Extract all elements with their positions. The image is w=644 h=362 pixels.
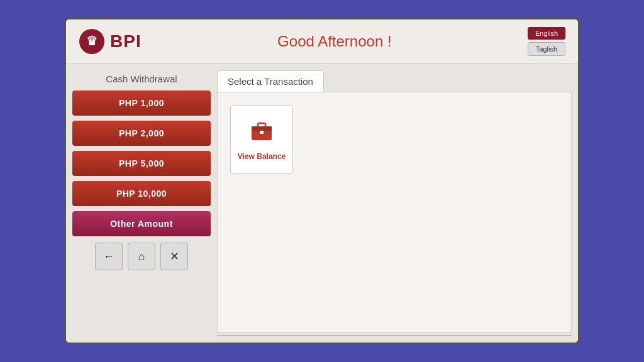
php5000-button[interactable]: PHP 5,000 xyxy=(72,151,211,176)
transaction-body: View Balance xyxy=(217,92,572,332)
other-amount-button[interactable]: Other Amount xyxy=(72,211,211,236)
logo-text: BPI xyxy=(110,31,142,52)
right-panel: Select a Transaction View Balance xyxy=(217,70,572,336)
svg-rect-5 xyxy=(260,131,264,134)
cancel-icon: ✕ xyxy=(170,250,179,263)
panel-divider xyxy=(217,335,572,336)
section-title: Cash Withdrawal xyxy=(72,70,211,84)
view-balance-icon xyxy=(249,119,274,147)
php1000-button[interactable]: PHP 1,000 xyxy=(72,90,211,116)
bpi-logo-icon: ♛ xyxy=(79,28,105,55)
php2000-button[interactable]: PHP 2,000 xyxy=(72,121,211,146)
taglish-button[interactable]: Taglish xyxy=(528,42,565,56)
left-panel: Cash Withdrawal PHP 1,000 PHP 2,000 PHP … xyxy=(72,70,211,336)
amount-buttons: PHP 1,000 PHP 2,000 PHP 5,000 PHP 10,000… xyxy=(72,90,211,236)
back-icon: ← xyxy=(103,250,114,263)
logo-area: ♛ BPI xyxy=(79,28,142,55)
back-button[interactable]: ← xyxy=(95,243,123,270)
home-button[interactable]: ⌂ xyxy=(128,243,155,270)
php10000-button[interactable]: PHP 10,000 xyxy=(72,181,211,206)
view-balance-card[interactable]: View Balance xyxy=(230,105,293,174)
bottom-nav: ← ⌂ ✕ xyxy=(72,243,211,270)
language-selector: English Taglish xyxy=(528,27,565,56)
home-icon: ⌂ xyxy=(138,250,145,263)
view-balance-label: View Balance xyxy=(238,152,286,161)
english-button[interactable]: English xyxy=(528,27,565,40)
atm-screen: ♛ BPI Good Afternoon ! English Taglish C… xyxy=(64,18,580,344)
svg-rect-4 xyxy=(252,126,272,131)
main-content: Cash Withdrawal PHP 1,000 PHP 2,000 PHP … xyxy=(66,64,578,343)
header: ♛ BPI Good Afternoon ! English Taglish xyxy=(66,19,578,64)
svg-text:♛: ♛ xyxy=(86,34,97,48)
cancel-button[interactable]: ✕ xyxy=(160,243,188,270)
transaction-tab: Select a Transaction xyxy=(217,70,324,92)
greeting-text: Good Afternoon ! xyxy=(142,33,528,50)
